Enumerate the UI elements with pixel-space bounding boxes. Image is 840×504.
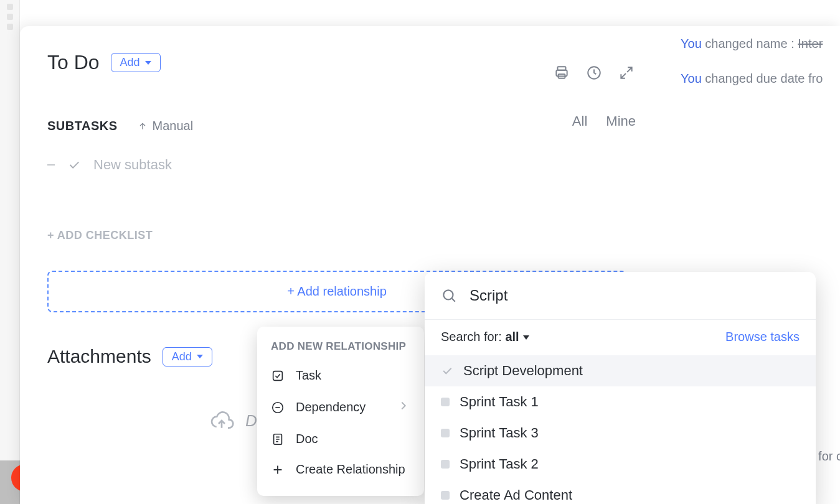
add-label: Add [120, 56, 140, 69]
result-name: Sprint Task 2 [460, 456, 539, 472]
result-name: Create Ad Content [460, 487, 572, 503]
relationship-option-dependency[interactable]: Dependency [257, 391, 424, 424]
status-marker-icon [441, 429, 450, 437]
add-checklist-button[interactable]: + ADD CHECKLIST [47, 229, 840, 242]
attachments-title: Attachments [47, 346, 151, 367]
search-input[interactable] [470, 287, 800, 304]
activity-entry: You changed due date fro [681, 61, 840, 96]
activity-filter-tabs: All Mine [572, 113, 636, 129]
status-marker-icon [441, 460, 450, 469]
relationship-menu: ADD NEW RELATIONSHIP Task Dependency Doc… [257, 327, 424, 496]
chevron-down-icon [523, 335, 529, 340]
sort-label: Manual [153, 119, 194, 133]
add-relationship-label: + Add relationship [287, 284, 387, 298]
panel-actions [554, 65, 635, 83]
task-search-popup: Search for: all Browse tasks Script Deve… [425, 272, 816, 504]
tab-all[interactable]: All [572, 113, 587, 129]
drag-handle-icon [47, 164, 55, 166]
option-label: Doc [296, 432, 318, 446]
task-icon [271, 369, 285, 383]
history-icon[interactable] [586, 65, 602, 83]
relationship-option-create[interactable]: Create Relationship [257, 454, 424, 485]
search-result[interactable]: Sprint Task 3 [425, 418, 816, 449]
subtasks-label: SUBTASKS [47, 119, 118, 133]
relationship-menu-header: ADD NEW RELATIONSHIP [257, 340, 424, 360]
search-icon [441, 287, 457, 304]
search-scope[interactable]: Search for: all [441, 330, 529, 344]
result-name: Sprint Task 3 [460, 425, 539, 441]
new-subtask-placeholder: New subtask [93, 157, 172, 173]
relationship-option-doc[interactable]: Doc [257, 424, 424, 454]
expand-icon[interactable] [618, 65, 635, 83]
browse-tasks-link[interactable]: Browse tasks [725, 330, 800, 344]
search-bar [425, 272, 816, 320]
truncated-text: for c [818, 449, 840, 464]
status-add-button[interactable]: Add [111, 53, 161, 72]
tab-mine[interactable]: Mine [606, 113, 636, 129]
status-marker-icon [441, 491, 450, 500]
print-icon[interactable] [554, 65, 570, 83]
activity-actor: You [681, 37, 702, 50]
activity-actor: You [681, 72, 702, 85]
search-meta-row: Search for: all Browse tasks [425, 320, 816, 355]
option-label: Create Relationship [296, 462, 405, 477]
status-title: To Do [47, 51, 100, 74]
option-label: Dependency [296, 400, 366, 414]
search-for-label: Search for: [441, 330, 505, 343]
chevron-right-icon [397, 399, 410, 416]
search-for-value: all [505, 330, 519, 343]
new-subtask-row[interactable]: New subtask [47, 157, 840, 173]
plus-icon [271, 463, 285, 477]
subtasks-header: SUBTASKS Manual [47, 119, 840, 133]
svg-rect-4 [273, 371, 283, 380]
check-icon [67, 158, 81, 172]
activity-log: You changed name : Inter You changed due… [681, 26, 840, 96]
option-label: Task [296, 368, 321, 383]
search-result[interactable]: Create Ad Content [425, 480, 816, 504]
attachments-add-button[interactable]: Add [163, 347, 212, 366]
subtasks-sort[interactable]: Manual [138, 119, 194, 133]
search-result[interactable]: Sprint Task 2 [425, 449, 816, 480]
activity-text: changed due date fro [702, 72, 823, 85]
search-result[interactable]: Script Development [425, 355, 816, 386]
activity-entry: You changed name : Inter [681, 26, 840, 61]
check-icon [441, 365, 453, 377]
result-name: Script Development [463, 363, 583, 379]
status-marker-icon [441, 398, 450, 406]
doc-icon [271, 432, 285, 446]
add-label: Add [172, 350, 192, 363]
svg-point-7 [443, 290, 453, 299]
relationship-option-task[interactable]: Task [257, 360, 424, 391]
upload-cloud-icon [209, 408, 234, 433]
dependency-icon [271, 401, 285, 414]
activity-text: changed name : [702, 37, 798, 50]
search-result[interactable]: Sprint Task 1 [425, 386, 816, 418]
result-name: Sprint Task 1 [460, 394, 539, 410]
activity-old: Inter [798, 37, 823, 50]
